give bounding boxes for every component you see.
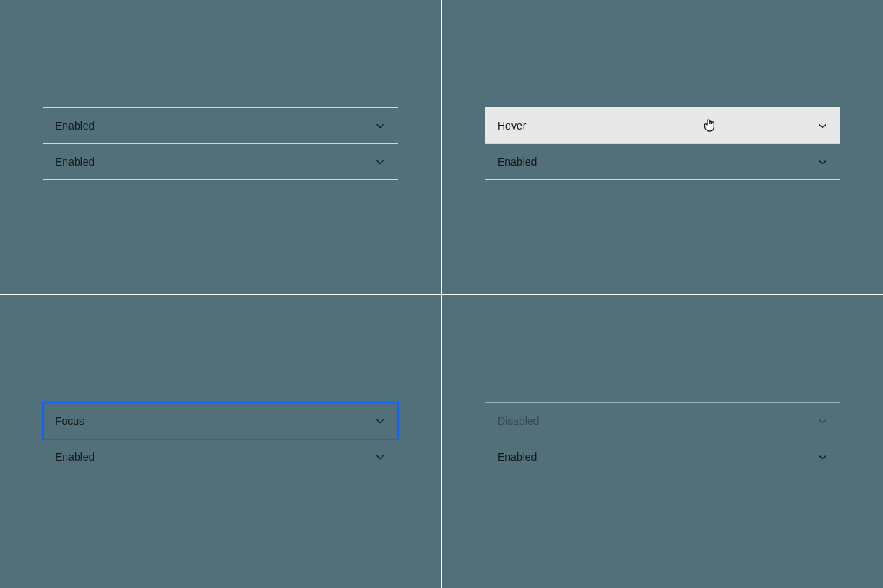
chevron-down-icon — [817, 156, 828, 167]
quadrant-enabled: Enabled Enabled — [0, 0, 442, 294]
accordion-label: Focus — [55, 415, 84, 427]
chevron-down-icon — [375, 416, 386, 426]
accordion-label: Hover — [497, 120, 526, 132]
accordion-row[interactable]: Enabled — [43, 439, 398, 475]
accordion-label: Enabled — [497, 451, 537, 463]
chevron-down-icon — [817, 452, 828, 462]
quadrant-focus: Focus Enabled — [0, 294, 442, 589]
accordion-row[interactable]: Focus — [43, 402, 398, 439]
accordion-label: Enabled — [55, 156, 94, 168]
state-grid: Enabled Enabled Hover Enabled — [0, 0, 883, 588]
accordion-label: Enabled — [55, 120, 94, 132]
chevron-down-icon — [375, 156, 386, 167]
accordion-row[interactable]: Hover — [485, 107, 840, 144]
chevron-down-icon — [817, 416, 828, 426]
chevron-down-icon — [375, 120, 386, 131]
accordion-row: Disabled — [485, 402, 840, 439]
accordion-row[interactable]: Enabled — [485, 143, 840, 180]
accordion-row[interactable]: Enabled — [43, 107, 398, 144]
accordion-label: Disabled — [497, 415, 539, 427]
hand-cursor-icon — [702, 117, 717, 136]
chevron-down-icon — [375, 452, 386, 462]
chevron-down-icon — [817, 120, 828, 131]
accordion-row[interactable]: Enabled — [485, 439, 840, 475]
quadrant-hover: Hover Enabled — [442, 0, 883, 294]
quadrant-disabled: Disabled Enabled — [442, 294, 883, 589]
accordion-label: Enabled — [497, 156, 537, 168]
accordion-label: Enabled — [55, 451, 94, 463]
accordion-row[interactable]: Enabled — [43, 143, 398, 180]
